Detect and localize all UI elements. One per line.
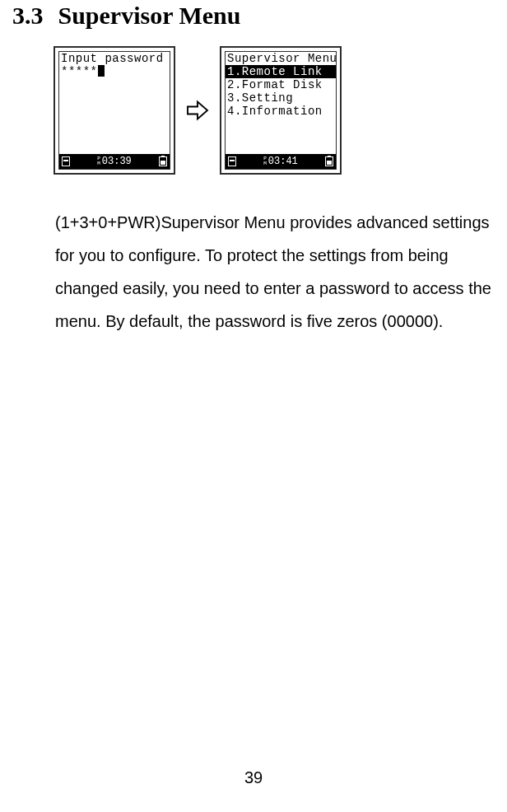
text-cursor	[98, 65, 105, 77]
page-number: 39	[0, 768, 507, 787]
ampm-bot: M	[97, 161, 100, 166]
clock-time: 03:41	[268, 156, 298, 167]
menu-item: 1.Remote Link	[226, 65, 336, 78]
section-number: 3.3	[12, 2, 44, 29]
status-icon-left	[228, 156, 236, 166]
menu-item: 2.Format Disk	[226, 78, 336, 91]
figure-row: Input password ***** PM 03:39	[53, 46, 495, 175]
battery-icon	[325, 156, 333, 166]
clock-time: 03:39	[102, 156, 132, 167]
status-bar-password: PM 03:39	[59, 154, 170, 169]
screenshot-password: Input password ***** PM 03:39	[53, 46, 175, 175]
password-masked: *****	[61, 65, 98, 78]
menu-item: 3.Setting	[226, 91, 336, 105]
section-title-text: Supervisor Menu	[58, 2, 241, 29]
password-prompt: Input password	[59, 52, 170, 65]
status-icon-left	[62, 156, 70, 166]
password-masked-row: *****	[59, 65, 170, 78]
status-clock: PM 03:41	[263, 156, 298, 167]
status-bar-menu: PM 03:41	[226, 154, 336, 169]
ampm-bot: M	[263, 161, 267, 166]
battery-icon	[159, 156, 167, 166]
status-clock: PM 03:39	[97, 156, 132, 167]
section-heading: 3.3Supervisor Menu	[12, 0, 495, 30]
screenshot-menu: Supervisor Menu 1.Remote Link2.Format Di…	[220, 46, 342, 175]
arrow-right-icon	[185, 98, 210, 123]
body-paragraph: (1+3+0+PWR)Supervisor Menu provides adva…	[55, 206, 495, 338]
menu-item: 4.Information	[226, 105, 336, 118]
menu-title: Supervisor Menu	[226, 52, 336, 65]
